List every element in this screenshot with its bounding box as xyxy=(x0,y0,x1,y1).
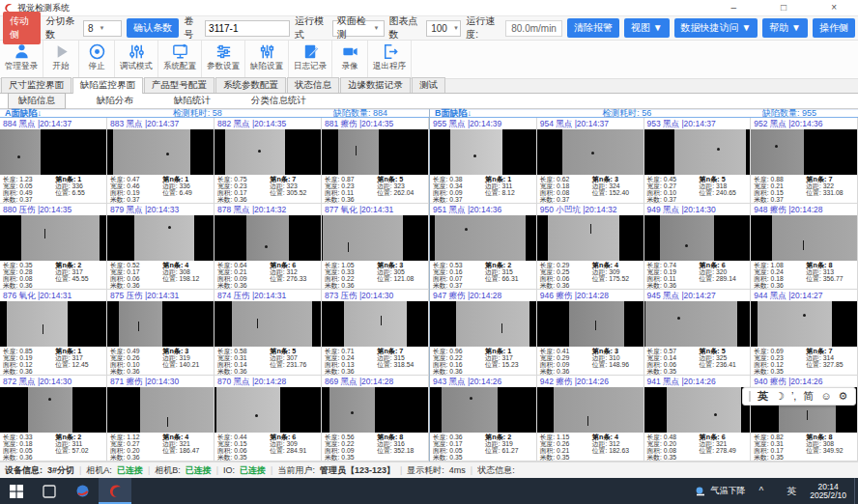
defect-cell[interactable]: 880 压伤 |20:14:35 长度: 0.35 宽度: 0.28 面积: 0… xyxy=(0,204,107,290)
tab-size-monitor[interactable]: 尺寸监控界面 xyxy=(1,77,72,93)
strip-number-value: 第n条: 4 xyxy=(592,434,644,440)
tab-edge-data[interactable]: 边缘数据记录 xyxy=(340,77,411,93)
defect-settings-button[interactable]: 缺陷设置 xyxy=(245,41,289,78)
close-button[interactable]: × xyxy=(831,3,837,13)
recording-button[interactable]: 录像 xyxy=(332,41,368,78)
defect-cell[interactable]: 877 氧化 |20:14:31 长度: 1.05 宽度: 0.33 面积: 0… xyxy=(322,204,429,290)
defect-cell[interactable]: 955 黑点 |20:14:39 长度: 0.38 宽度: 0.34 面积: 0… xyxy=(430,118,537,204)
tray-app-icon[interactable] xyxy=(769,486,781,496)
maximize-button[interactable]: □ xyxy=(781,3,786,13)
defect-cell[interactable]: 884 黑点 |20:14:37 长度: 1.23 宽度: 0.05 面积: 0… xyxy=(0,118,107,204)
weather-widget[interactable]: 气温下降 xyxy=(687,485,753,497)
start-button[interactable] xyxy=(0,478,33,504)
position-value: 位置: 121.08 xyxy=(377,275,428,282)
defect-cell[interactable]: 874 压伤 |20:14:31 长度: 0.58 宽度: 0.31 面积: 0… xyxy=(214,290,322,376)
drive-side-button[interactable]: 传动侧 xyxy=(3,12,41,44)
confirm-count-button[interactable]: 确认条数 xyxy=(127,18,179,38)
defect-cell[interactable]: 941 黑点 |20:14:26 长度: 0.48 宽度: 0.20 面积: 0… xyxy=(644,376,752,462)
defect-cell[interactable]: 883 黑点 |20:14:37 长度: 0.47 宽度: 0.46 面积: 0… xyxy=(107,118,214,204)
tab-defect-monitor[interactable]: 缺陷监控界面 xyxy=(72,77,143,94)
defect-cell[interactable]: 946 擦伤 |20:14:28 长度: 0.41 宽度: 0.29 面积: 0… xyxy=(537,290,644,376)
defect-cell[interactable]: 953 黑点 |20:14:37 长度: 0.45 宽度: 0.27 面积: 0… xyxy=(644,118,752,204)
minimize-button[interactable]: – xyxy=(731,3,737,13)
clock[interactable]: 20:14 2025/2/10 xyxy=(802,483,854,500)
ime-toolbar: 英 ☽ ’, 简 ☺ ⚙ xyxy=(742,387,856,406)
edge-margin-value: 边距: 319 xyxy=(162,354,214,361)
input-language-indicator[interactable]: 英 xyxy=(781,485,802,498)
gear-icon[interactable]: ⚙ xyxy=(839,388,848,405)
operator-side-button[interactable]: 操作侧 xyxy=(813,18,855,38)
parameter-settings-button[interactable]: 参数设置 xyxy=(202,41,245,78)
defect-cell[interactable]: 869 黑点 |20:14:28 长度: 0.56 宽度: 0.22 面积: 0… xyxy=(322,376,429,462)
emoji-icon[interactable]: ☺ xyxy=(820,388,831,405)
defect-cell[interactable]: 954 黑点 |20:14:37 长度: 0.62 宽度: 0.18 面积: 0… xyxy=(537,118,644,204)
system-config-button[interactable]: 系统配置 xyxy=(158,41,202,78)
panel-a-title[interactable]: A面缺陷↓ xyxy=(5,107,42,120)
start-button[interactable]: 开始 xyxy=(43,41,79,78)
clear-alarm-button[interactable]: 清除报警 xyxy=(567,18,619,38)
chart-points-select[interactable]: 100▼ xyxy=(426,20,461,37)
material-strip xyxy=(216,387,280,433)
ime-simplified-mode[interactable]: 简 xyxy=(803,388,814,405)
defect-measurements: 长度: 0.88 宽度: 0.21 面积: 0.15 米数: 0.37 第n条:… xyxy=(751,175,857,203)
view-menu-button[interactable]: 视图 ▼ xyxy=(624,18,670,38)
edge-margin-value: 边距: 307 xyxy=(270,354,321,361)
help-menu-button[interactable]: 帮助 ▼ xyxy=(762,18,808,38)
subtab-class-statistics[interactable]: 分类信息统计 xyxy=(242,94,316,108)
task-view-button[interactable] xyxy=(33,478,66,504)
defect-cell[interactable]: 872 黑点 |20:14:30 长度: 0.33 宽度: 0.18 面积: 0… xyxy=(0,376,107,462)
detection-app-button[interactable] xyxy=(99,478,131,504)
defect-cell[interactable]: 949 黑点 |20:14:30 长度: 0.74 宽度: 0.19 面积: 0… xyxy=(644,204,752,290)
edge-margin-value: 边距: 315 xyxy=(377,354,428,361)
defect-cell[interactable]: 875 压伤 |20:14:31 长度: 0.49 宽度: 0.26 面积: 0… xyxy=(107,290,214,376)
ime-english-mode[interactable]: 英 xyxy=(758,388,768,405)
defect-cell[interactable]: 876 氧化 |20:14:31 长度: 0.85 宽度: 0.19 面积: 0… xyxy=(0,290,107,376)
ime-drag-handle[interactable] xyxy=(749,391,751,402)
defect-cell[interactable]: 945 黑点 |20:14:27 长度: 0.57 宽度: 0.14 面积: 0… xyxy=(644,290,752,376)
subtab-defect-distribution[interactable]: 缺陷分布 xyxy=(87,94,143,108)
defect-cell[interactable]: 942 擦伤 |20:14:26 长度: 1.15 宽度: 0.26 面积: 0… xyxy=(537,376,644,462)
tab-product-config[interactable]: 产品型号配置 xyxy=(144,77,214,93)
strip-number-value: 第n条: 6 xyxy=(270,262,321,268)
defect-measurements: 长度: 0.56 宽度: 0.22 面积: 0.09 米数: 0.35 第n条:… xyxy=(322,433,428,461)
tray-expand-button[interactable]: ^ xyxy=(753,486,769,496)
tab-system-params[interactable]: 系统参数配置 xyxy=(215,77,286,93)
defect-cell[interactable]: 943 黑点 |20:14:26 长度: 0.36 宽度: 0.17 面积: 0… xyxy=(430,376,537,462)
defect-cell[interactable]: 951 黑点 |20:14:36 长度: 0.53 宽度: 0.16 面积: 0… xyxy=(430,204,537,290)
log-record-button[interactable]: 日志记录 xyxy=(289,41,332,78)
panel-b-title[interactable]: B面缺陷↓ xyxy=(435,107,472,120)
meter-value: 米数: 0.37 xyxy=(647,196,700,203)
stop-button[interactable]: 停止 xyxy=(79,41,115,78)
moon-icon[interactable]: ☽ xyxy=(775,388,785,405)
defect-cell[interactable]: 944 黑点 |20:14:27 长度: 0.69 宽度: 0.23 面积: 0… xyxy=(751,290,858,376)
defect-cell[interactable]: 882 黑点 |20:14:35 长度: 0.75 宽度: 0.23 面积: 0… xyxy=(214,118,322,204)
panel-side-b: B面缺陷↓ 检测耗时: 56 缺陷数量: 955 955 黑点 |20:14:3… xyxy=(429,109,858,462)
material-strip xyxy=(667,387,742,433)
admin-login-button[interactable]: 管理登录 xyxy=(0,41,43,78)
tab-status-info[interactable]: 状态信息 xyxy=(287,77,339,93)
defect-measurements: 长度: 0.49 宽度: 0.26 面积: 0.10 米数: 0.36 第n条:… xyxy=(107,347,214,375)
edge-margin-value: 边距: 305 xyxy=(377,268,428,275)
roll-number-input[interactable] xyxy=(205,20,290,37)
defect-cell[interactable]: 870 黑点 |20:14:28 长度: 0.44 宽度: 0.15 面积: 0… xyxy=(214,376,322,462)
defect-cell[interactable]: 878 黑点 |20:14:32 长度: 0.64 宽度: 0.21 面积: 0… xyxy=(214,204,322,290)
quick-access-menu-button[interactable]: 数据快捷访问 ▼ xyxy=(674,18,758,38)
slit-count-select[interactable]: 8▼ xyxy=(83,20,122,37)
defect-cell[interactable]: 873 压伤 |20:14:30 长度: 0.71 宽度: 0.24 面积: 0… xyxy=(322,290,429,376)
show-desktop-button[interactable] xyxy=(854,478,858,504)
defect-cell[interactable]: 950 小凹坑 |20:14:32 长度: 0.29 宽度: 0.25 面积: … xyxy=(537,204,644,290)
run-mode-select[interactable]: 双面检测▼ xyxy=(332,20,385,37)
tab-test[interactable]: 测试 xyxy=(412,77,445,93)
defect-cell[interactable]: 952 黑点 |20:14:36 长度: 0.88 宽度: 0.21 面积: 0… xyxy=(751,118,858,204)
defect-cell[interactable]: 947 擦伤 |20:14:28 长度: 0.96 宽度: 0.22 面积: 0… xyxy=(430,290,537,376)
defect-cell[interactable]: 879 黑点 |20:14:33 长度: 0.52 宽度: 0.17 面积: 0… xyxy=(107,204,214,290)
exit-program-button[interactable]: 退出程序 xyxy=(368,41,412,78)
debug-mode-button[interactable]: 调试模式 xyxy=(115,41,158,78)
width-value: 宽度: 0.18 xyxy=(3,440,55,447)
defect-cell[interactable]: 871 擦伤 |20:14:30 长度: 1.12 宽度: 0.27 面积: 0… xyxy=(107,376,214,462)
pinned-app-button[interactable] xyxy=(66,478,99,504)
ime-punctuation[interactable]: ’, xyxy=(791,388,797,405)
subtab-defect-statistics[interactable]: 缺陷统计 xyxy=(164,94,220,108)
defect-cell[interactable]: 948 擦伤 |20:14:28 长度: 1.08 宽度: 0.24 面积: 0… xyxy=(751,204,858,290)
defect-cell[interactable]: 881 擦伤 |20:14:35 长度: 0.87 宽度: 0.23 面积: 0… xyxy=(322,118,429,204)
